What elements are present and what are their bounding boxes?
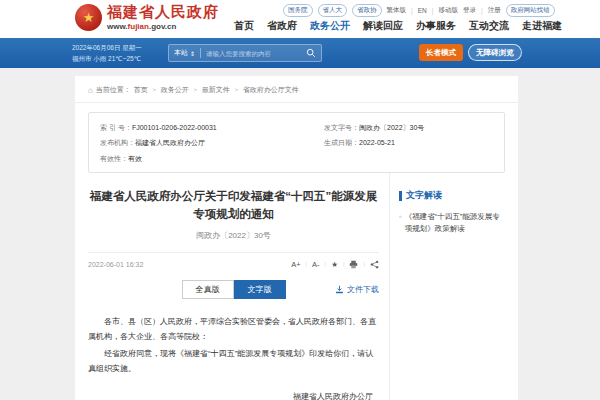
body-paragraph: 经省政府同意，现将《福建省“十四五”能源发展专项规划》印发给你们，请认真组织实施… [88, 346, 379, 376]
print-icon[interactable] [349, 260, 358, 269]
top-utility-links: 国务院 省人大 省政协 繁体版 | EN | 移动版 登录 | 注册 政府网站找… [283, 4, 555, 17]
breadcrumb-latest-docs[interactable]: 最新文件 [202, 85, 230, 95]
main-nav: 首页 省政府 政务公开 解读回应 办事服务 互动交流 走进福建 [234, 19, 562, 33]
nav-interaction[interactable]: 互动交流 [469, 19, 509, 33]
meta-issuing-org: 发布机构： 福建省人民政府办公厅 [100, 135, 324, 150]
nav-home[interactable]: 首页 [234, 19, 254, 33]
accessibility-button[interactable]: 无障碍浏览 [468, 44, 522, 61]
publish-toolbar: 2022-06-01 16:32 A+ | A- | ★ | | [88, 252, 379, 269]
breadcrumb: ⌂ 当前位置： 首页 ＞ 政务公开 ＞ 最新文件 ＞ 省政府办公厅文件 [75, 76, 518, 103]
date-weather: 2022年06月06日 星期一 福州市 小雨 21℃~25℃ [72, 42, 142, 64]
search-icon[interactable] [306, 48, 316, 58]
weather-info: 福州市 小雨 21℃~25℃ [72, 53, 142, 64]
meta-issue-date: 生成日期： 2022-05-21 [324, 135, 493, 150]
share-icon[interactable] [370, 260, 379, 269]
breadcrumb-home[interactable]: 首页 [134, 85, 148, 95]
link-provincial-cppcc[interactable]: 省政协 [352, 4, 382, 17]
nav-about-fujian[interactable]: 走进福建 [522, 19, 562, 33]
body-paragraph: 各市、县（区）人民政府，平潭综合实验区管委会，省人民政府各部门、各直属机构，各大… [88, 314, 379, 344]
site-url: www.fujian.gov.cn [107, 22, 219, 31]
home-icon: ⌂ [88, 86, 93, 95]
link-mobile[interactable]: 移动版 [438, 6, 458, 15]
document-title: 福建省人民政府办公厅关于印发福建省“十四五”能源发展专项规划的通知 [88, 188, 379, 224]
font-decrease-button[interactable]: A- [312, 260, 320, 269]
search-input[interactable] [206, 50, 306, 57]
breadcrumb-gov-open[interactable]: 政务公开 [161, 85, 189, 95]
nav-provincial-gov[interactable]: 省政府 [267, 19, 297, 33]
link-login[interactable]: 登录 [463, 6, 476, 15]
site-error-report-badge[interactable]: 政府网站找错 [506, 4, 555, 17]
link-state-council[interactable]: 国务院 [283, 4, 313, 17]
breadcrumb-prefix: 当前位置： [96, 85, 131, 95]
meta-validity: 有效性： 有效 [100, 151, 324, 166]
version-tab-row: 全真版 文字版 文件下载 [88, 280, 379, 299]
download-icon [335, 285, 344, 294]
tab-full-image-version[interactable]: 全真版 [182, 280, 234, 299]
nav-services[interactable]: 办事服务 [416, 19, 456, 33]
link-provincial-congress[interactable]: 省人大 [318, 4, 348, 17]
blue-utility-bar: 2022年06月06日 星期一 福州市 小雨 21℃~25℃ 本站 ⇕ 长者模式… [0, 38, 600, 68]
search-box[interactable]: 本站 ⇕ [168, 44, 322, 62]
sidebar-heading: 文字解读 [406, 189, 442, 202]
current-date: 2022年06月06日 星期一 [72, 42, 142, 53]
document-meta-box: 索 引 号： FJ00101-0206-2022-00031 发文字号： 闽政办… [88, 112, 505, 173]
elder-mode-button[interactable]: 长者模式 [419, 44, 463, 61]
content-card: ⌂ 当前位置： 首页 ＞ 政务公开 ＞ 最新文件 ＞ 省政府办公厅文件 索 引 … [75, 76, 518, 400]
signature-org: 福建省人民政府办公厅 [88, 391, 379, 400]
file-download-link[interactable]: 文件下载 [335, 284, 379, 295]
meta-index: 索 引 号： FJ00101-0206-2022-00031 [100, 120, 324, 135]
link-register[interactable]: 注册 [488, 6, 501, 15]
document-number: 闽政办〔2022〕30号 [88, 230, 379, 241]
site-logo[interactable]: ★ 福建省人民政府 www.fujian.gov.cn [75, 4, 219, 31]
site-header: ★ 福建省人民政府 www.fujian.gov.cn 国务院 省人大 省政协 … [0, 0, 600, 38]
chevron-updown-icon: ⇕ [190, 50, 195, 57]
document-body: 各市、县（区）人民政府，平潭综合实验区管委会，省人民政府各部门、各直属机构，各大… [88, 314, 379, 377]
site-title: 福建省人民政府 [107, 4, 219, 21]
favorite-star-icon[interactable]: ★ [331, 260, 338, 269]
heading-accent-bar [399, 191, 402, 201]
meta-doc-number: 发文字号： 闽政办〔2022〕30号 [324, 120, 493, 135]
national-emblem-icon: ★ [75, 4, 102, 31]
link-traditional-chinese[interactable]: 繁体版 [387, 6, 407, 15]
tab-text-version[interactable]: 文字版 [234, 280, 286, 299]
search-scope-select[interactable]: 本站 ⇕ [174, 48, 195, 58]
article-column: 福建省人民政府办公厅关于印发福建省“十四五”能源发展专项规划的通知 闽政办〔20… [88, 173, 390, 400]
font-increase-button[interactable]: A+ [291, 260, 300, 269]
nav-gov-affairs-open[interactable]: 政务公开 [310, 19, 350, 33]
link-english[interactable]: EN [418, 7, 427, 14]
interpretation-sidebar: 文字解读 ◦ 《福建省“十四五”能源发展专项规划》政策解读 [390, 173, 505, 400]
sidebar-policy-interpretation-link[interactable]: ◦ 《福建省“十四五”能源发展专项规划》政策解读 [399, 211, 505, 235]
publish-time: 2022-06-01 16:32 [88, 261, 143, 268]
bullet-icon: ◦ [399, 211, 402, 235]
nav-interpretation[interactable]: 解读回应 [363, 19, 403, 33]
breadcrumb-office-docs[interactable]: 省政府办公厅文件 [243, 85, 299, 95]
